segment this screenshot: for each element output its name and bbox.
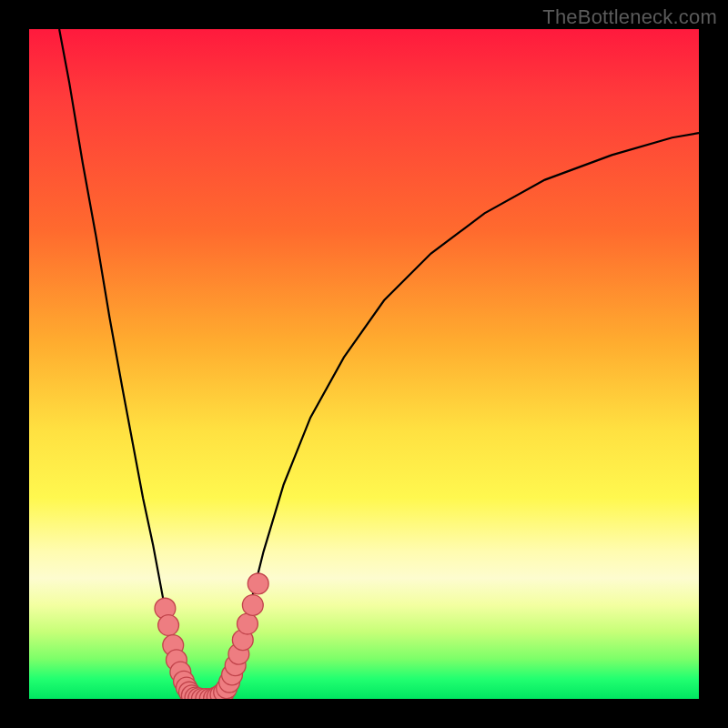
- curve-group: [59, 29, 699, 699]
- chart-svg: [29, 29, 699, 699]
- marker-point: [158, 615, 179, 636]
- watermark-text: TheBottleneck.com: [542, 5, 717, 29]
- chart-frame: TheBottleneck.com: [0, 0, 728, 728]
- left-branch-curve: [59, 29, 192, 699]
- right-branch-curve: [222, 133, 699, 699]
- markers-group: [155, 573, 268, 699]
- marker-point: [248, 573, 268, 594]
- marker-point: [242, 595, 263, 616]
- plot-area: [29, 29, 699, 699]
- marker-point: [238, 613, 258, 634]
